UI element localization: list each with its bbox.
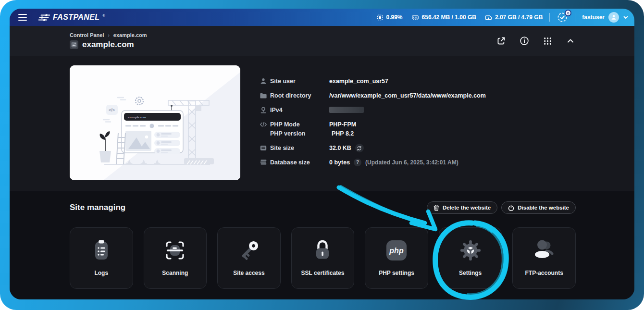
site-info-button[interactable]	[519, 36, 530, 46]
breadcrumb-separator: ›	[108, 33, 110, 38]
brand-logo[interactable]: FASTPANEL ®	[38, 13, 105, 22]
fastpanel-window: FASTPANEL ® 0.99%	[10, 9, 634, 299]
notification-badge: 0	[565, 10, 571, 16]
scan-icon	[162, 238, 187, 263]
ram-value: 656.42 MB / 1.00 GB	[422, 14, 476, 21]
folder-icon	[260, 92, 267, 99]
sliders-icon	[38, 14, 50, 21]
storage-icon	[260, 144, 267, 152]
brand-name: FASTPANEL	[53, 13, 100, 22]
disk-stat: 2.07 GB / 4.79 GB	[485, 14, 543, 21]
info-row-root-directory: Root directory /var/www/example_com_usr5…	[260, 91, 576, 100]
php-icon: php	[384, 238, 409, 263]
site-managing-section: Site managing Delete the website	[10, 191, 634, 299]
ram-icon	[411, 14, 419, 21]
gear-icon	[458, 238, 483, 263]
user-menu[interactable]: fastuser	[582, 12, 629, 23]
svg-text:</>: </>	[109, 108, 115, 112]
info-row-site-user: Site user example_com_usr57	[260, 77, 576, 86]
username: fastuser	[582, 14, 605, 21]
trash-icon	[433, 205, 439, 211]
page-header: Control Panel › example.com example.com	[10, 26, 634, 56]
grid-icon	[543, 37, 552, 46]
cpu-icon	[376, 14, 384, 21]
user-icon	[260, 77, 267, 85]
disable-website-button[interactable]: Disable the website	[501, 201, 576, 214]
external-link-icon	[496, 36, 506, 46]
top-navbar: FASTPANEL ® 0.99%	[10, 9, 634, 26]
cpu-stat: 0.99%	[376, 14, 403, 21]
breadcrumb: Control Panel › example.com	[70, 32, 147, 38]
info-row-site-size: Site size 32.0 KB	[260, 144, 576, 152]
illustration-code-icon: </>	[106, 105, 118, 115]
screenshot: FASTPANEL ® 0.99%	[0, 0, 644, 310]
ram-stat: 656.42 MB / 1.00 GB	[411, 14, 476, 21]
code-icon	[260, 121, 267, 128]
location-pin-icon	[260, 106, 267, 114]
key-icon	[236, 238, 261, 263]
site-favicon-icon	[70, 40, 78, 49]
info-row-database-size: Database size 0 bytes ? (Updated Jun 6, …	[260, 158, 576, 167]
chevron-up-icon	[566, 37, 575, 45]
card-php-settings[interactable]: php PHP settings	[365, 227, 428, 289]
logs-icon	[89, 238, 114, 263]
disk-icon	[485, 14, 492, 21]
database-icon	[260, 159, 267, 166]
hamburger-menu-icon[interactable]	[14, 11, 31, 24]
info-icon	[520, 36, 529, 46]
collapse-button[interactable]	[565, 36, 576, 46]
svg-text:php: php	[389, 247, 404, 255]
page-title: example.com	[82, 40, 134, 50]
lock-icon	[310, 238, 335, 263]
managing-cards: Logs Scanning	[70, 227, 576, 289]
card-scanning[interactable]: Scanning	[144, 227, 207, 289]
breadcrumb-control-panel[interactable]: Control Panel	[70, 32, 104, 38]
section-title: Site managing	[70, 203, 125, 212]
database-help-button[interactable]: ?	[354, 159, 361, 166]
card-site-access[interactable]: Site access	[217, 227, 281, 289]
site-info-list: Site user example_com_usr57 Root directo…	[260, 65, 576, 191]
delete-website-button[interactable]: Delete the website	[427, 201, 497, 214]
redacted-ip-value	[329, 107, 364, 113]
resource-stats: 0.99% 656.42 MB / 1.00 GB 2.07 GB /	[376, 14, 543, 21]
user-icon	[610, 14, 617, 21]
illustration-domain: example.com	[128, 115, 146, 119]
card-settings[interactable]: Settings	[439, 227, 502, 289]
disk-value: 2.07 GB / 4.79 GB	[495, 14, 543, 21]
card-logs[interactable]: Logs	[70, 227, 133, 289]
cpu-value: 0.99%	[386, 14, 403, 21]
site-info-section: example.com	[10, 56, 634, 191]
power-icon	[508, 205, 514, 211]
refresh-icon	[357, 146, 362, 151]
users-icon	[532, 238, 557, 263]
card-ftp-accounts[interactable]: FTP-accounts	[512, 227, 576, 289]
divider	[549, 13, 550, 22]
card-ssl-certificates[interactable]: SSL certificates	[291, 227, 355, 289]
refresh-size-button[interactable]	[355, 144, 364, 152]
breadcrumb-site: example.com	[113, 32, 147, 38]
brand-registered-mark: ®	[103, 14, 105, 17]
avatar	[608, 12, 619, 23]
info-row-ipv4: IPv4	[260, 106, 576, 114]
info-row-php: PHP Mode PHP version PHP-FPM PHP 8.2	[260, 120, 576, 138]
open-site-button[interactable]	[496, 36, 507, 46]
notifications-button[interactable]: 0	[557, 12, 568, 23]
apps-grid-button[interactable]	[542, 36, 553, 46]
divider	[575, 13, 575, 22]
chevron-down-icon	[623, 14, 629, 20]
site-illustration: example.com	[70, 65, 240, 180]
database-updated-note: (Updated Jun 6, 2025, 3:42:01 AM)	[365, 158, 458, 167]
